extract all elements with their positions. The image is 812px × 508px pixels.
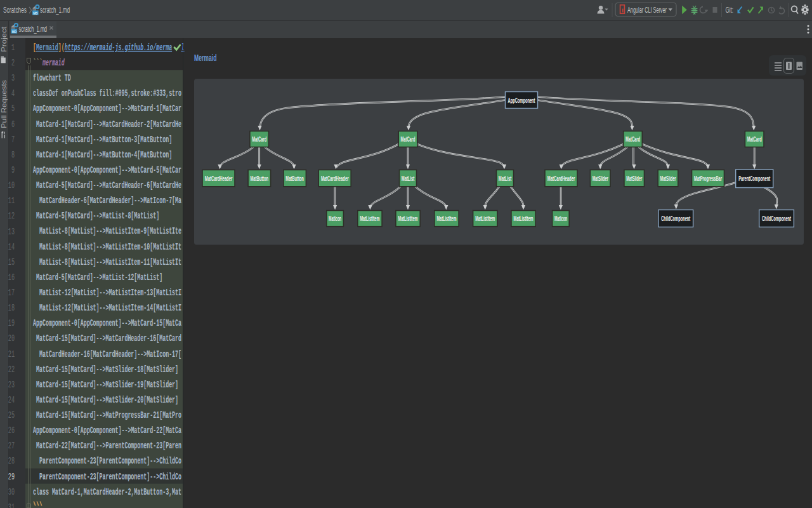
svg-text:MatCard-1[MatCard]-->MatCardHe: MatCard-1[MatCard]-->MatCardHeader-2[Mat…: [36, 119, 181, 130]
svg-text:AppComponent-0[AppComponent]--: AppComponent-0[AppComponent]-->MatCard-1…: [33, 318, 181, 329]
svg-text:MatList: MatList: [402, 175, 415, 182]
svg-text:12: 12: [8, 211, 15, 221]
svg-text:25: 25: [8, 410, 15, 420]
svg-text:https://mermaid-js.github.io/m: https://mermaid-js.github.io/merma: [65, 43, 172, 53]
svg-text:MatCard: MatCard: [401, 135, 416, 143]
svg-text:31: 31: [8, 502, 15, 508]
svg-text:26: 26: [8, 425, 15, 436]
svg-text:classDef onPushClass fill:#095: classDef onPushClass fill:#095,stroke:#3…: [33, 88, 181, 99]
svg-text:MatIcon: MatIcon: [554, 215, 567, 222]
svg-text:22: 22: [8, 364, 15, 375]
svg-text:scratch_1.md: scratch_1.md: [40, 6, 70, 15]
svg-text:3: 3: [11, 73, 15, 83]
svg-text:MatCard-15[MatCard]-->MatCardH: MatCard-15[MatCard]-->MatCardHeader-16[M…: [36, 333, 181, 344]
svg-text:15: 15: [8, 257, 15, 267]
svg-text:MatSlider: MatSlider: [593, 175, 608, 182]
svg-text:MatCard-15[MatCard]-->MatSlide: MatCard-15[MatCard]-->MatSlider-19[MatSl…: [36, 380, 178, 391]
svg-text:MatListItem: MatListItem: [436, 215, 456, 222]
svg-text:ChildComponent: ChildComponent: [661, 215, 690, 222]
svg-text:19: 19: [8, 318, 15, 328]
svg-text:MatList-12[MatList]-->MatListI: MatList-12[MatList]-->MatListItem-13[Mat…: [39, 288, 181, 298]
svg-text:MatCard-1[MatCard]-->MatButton: MatCard-1[MatCard]-->MatButton-3[MatButt…: [36, 135, 172, 145]
svg-text:11: 11: [8, 196, 15, 206]
svg-text:1: 1: [11, 43, 15, 53]
svg-text:ParentComponent-23[ParentCompo: ParentComponent-23[ParentComponent]-->Ch…: [39, 472, 181, 483]
svg-text:28: 28: [8, 456, 15, 466]
svg-text:MatCard: MatCard: [747, 135, 762, 143]
svg-text:8: 8: [11, 150, 15, 160]
svg-text:17: 17: [8, 288, 15, 298]
svg-text:MatCard: MatCard: [625, 135, 640, 143]
svg-text:Angular CLI Server: Angular CLI Server: [627, 6, 667, 15]
svg-text:MatIcon: MatIcon: [329, 215, 341, 222]
svg-text:5: 5: [11, 104, 15, 114]
svg-text:MatCardHeader: MatCardHeader: [547, 175, 575, 182]
svg-text:AppComponent-0[AppComponent]--: AppComponent-0[AppComponent]-->MatCard-2…: [33, 425, 181, 436]
svg-text:27: 27: [8, 441, 15, 451]
svg-text:AppComponent-0[AppComponent]--: AppComponent-0[AppComponent]-->MatCard-1…: [33, 104, 181, 114]
svg-text:30: 30: [8, 487, 15, 497]
svg-text:MatCard-1[MatCard]-->MatButton: MatCard-1[MatCard]-->MatButton-4[MatButt…: [36, 150, 172, 161]
svg-text:ParentComponent-23[ParentCompo: ParentComponent-23[ParentComponent]-->Ch…: [39, 456, 181, 467]
svg-text:MatList-8[MatList]-->MatListIt: MatList-8[MatList]-->MatListItem-9[MatLi…: [39, 226, 181, 237]
svg-text:MatCardHeader-16[MatCardHeader: MatCardHeader-16[MatCardHeader]-->MatIco…: [39, 349, 181, 360]
svg-text:18: 18: [8, 303, 15, 313]
svg-text:MatCard-15[MatCard]-->MatSlide: MatCard-15[MatCard]-->MatSlider-20[MatSl…: [36, 395, 178, 406]
svg-text:Scratches: Scratches: [3, 6, 27, 15]
svg-text:class MatCard-1,MatCardHeader-: class MatCard-1,MatCardHeader-2,MatButto…: [33, 487, 181, 498]
svg-text:MatList-8[MatList]-->MatListIt: MatList-8[MatList]-->MatListItem-10[MatL…: [39, 242, 181, 253]
svg-text:ParentComponent: ParentComponent: [738, 175, 770, 182]
svg-text:mermaid: mermaid: [42, 58, 65, 69]
svg-text:MatProgressBar: MatProgressBar: [694, 175, 722, 182]
svg-text:MatCard-5[MatCard]-->MatList-1: MatCard-5[MatCard]-->MatList-12[MatList]: [36, 272, 162, 283]
svg-text:20: 20: [8, 333, 15, 344]
svg-text:](: ](: [58, 43, 65, 53]
svg-text:29: 29: [8, 472, 15, 482]
svg-text:Pull Requests: Pull Requests: [0, 80, 8, 128]
svg-text:MatCardHeader: MatCardHeader: [321, 175, 349, 182]
svg-text:Mermaid: Mermaid: [36, 43, 58, 53]
svg-text:MatListItem: MatListItem: [398, 215, 418, 222]
svg-text:MatList-8[MatList]-->MatListIt: MatList-8[MatList]-->MatListItem-11[MatL…: [39, 257, 181, 268]
svg-text:MatListItem: MatListItem: [475, 215, 495, 222]
svg-text:Mermaid: Mermaid: [194, 52, 217, 63]
svg-text:MatListItem: MatListItem: [360, 215, 379, 222]
svg-text:MatCard-22[MatCard]-->ParentCo: MatCard-22[MatCard]-->ParentComponent-23…: [36, 441, 181, 451]
svg-text:16: 16: [8, 272, 15, 283]
svg-text:MD: MD: [12, 29, 17, 34]
svg-text:MatButton: MatButton: [251, 175, 269, 182]
svg-text:21: 21: [8, 349, 15, 359]
svg-text:MatListItem: MatListItem: [514, 215, 534, 222]
svg-text:ChildComponent: ChildComponent: [762, 215, 791, 222]
svg-text:MatCard-15[MatCard]-->MatSlide: MatCard-15[MatCard]-->MatSlider-18[MatSl…: [36, 364, 178, 375]
svg-text:24: 24: [8, 395, 15, 405]
svg-text:MatCard-5[MatCard]-->MatCardHe: MatCard-5[MatCard]-->MatCardHeader-6[Mat…: [36, 180, 181, 191]
svg-text:13: 13: [8, 227, 15, 237]
svg-text:6: 6: [11, 119, 15, 130]
svg-text:```: ```: [33, 58, 43, 69]
svg-text:MatCard-5[MatCard]-->MatList-8: MatCard-5[MatCard]-->MatList-8[MatList]: [36, 211, 159, 222]
svg-text:MatSlider: MatSlider: [660, 175, 676, 182]
svg-text:MatCardHeader: MatCardHeader: [205, 175, 233, 182]
svg-text:MatButton: MatButton: [285, 175, 304, 182]
svg-text:23: 23: [8, 380, 15, 390]
svg-text:Project: Project: [0, 26, 8, 52]
svg-text:7: 7: [11, 135, 15, 145]
svg-text:AppComponent: AppComponent: [508, 97, 535, 104]
svg-text:MatList-12[MatList]-->MatListI: MatList-12[MatList]-->MatListItem-14[Mat…: [39, 303, 181, 314]
svg-text:10: 10: [8, 180, 15, 190]
svg-text:MatSlider: MatSlider: [626, 175, 642, 182]
svg-text:9: 9: [11, 165, 15, 175]
svg-text:4: 4: [11, 88, 15, 98]
svg-text:MD: MD: [33, 11, 38, 15]
svg-text:14: 14: [8, 242, 15, 252]
svg-text:MatCard-15[MatCard]-->MatProgr: MatCard-15[MatCard]-->MatProgressBar-21[…: [36, 410, 181, 421]
svg-text:MatCardHeader-6[MatCardHeader]: MatCardHeader-6[MatCardHeader]-->MatIcon…: [39, 196, 181, 206]
svg-text:2: 2: [11, 58, 15, 68]
svg-text:Git:: Git:: [726, 6, 734, 15]
svg-text:flowchart TD: flowchart TD: [33, 73, 71, 84]
svg-text:MatList: MatList: [499, 175, 512, 182]
svg-text:MatCard: MatCard: [252, 135, 266, 143]
svg-text:AppComponent-0[AppComponent]--: AppComponent-0[AppComponent]-->MatCard-5…: [33, 165, 181, 176]
svg-text:l: l: [181, 43, 185, 53]
